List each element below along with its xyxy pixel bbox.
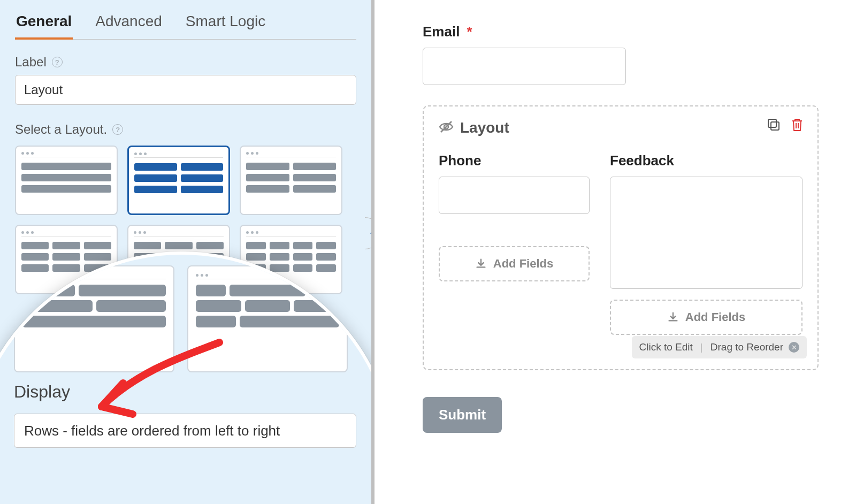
add-fields-col2[interactable]: Add Fields (610, 300, 802, 335)
display-select[interactable]: Rows - fields are ordered from left to r… (14, 414, 356, 448)
add-fields-label: Add Fields (685, 310, 745, 324)
phone-input[interactable] (439, 177, 590, 214)
trash-icon[interactable] (790, 117, 805, 132)
svg-rect-2 (768, 119, 776, 127)
tab-general[interactable]: General (15, 10, 73, 40)
hint-close-icon[interactable]: ✕ (789, 342, 799, 353)
download-icon (475, 258, 487, 270)
email-field-group: Email * (423, 24, 819, 85)
add-fields-label: Add Fields (493, 257, 553, 271)
settings-sidebar: General Advanced Smart Logic Label ? Sel… (0, 0, 374, 504)
hint-divider: | (700, 341, 703, 353)
layout-column-2: Feedback Add Fields (610, 152, 802, 335)
sidebar-tabs: General Advanced Smart Logic (15, 0, 356, 40)
download-icon (667, 311, 679, 323)
feedback-label: Feedback (610, 152, 802, 169)
hint-drag-text: Drag to Reorder (710, 341, 783, 353)
layout-option-2col-cols[interactable] (240, 146, 342, 215)
feedback-textarea[interactable] (610, 177, 802, 289)
layout-block-title: Layout (460, 119, 509, 136)
form-preview: Email * Layout Ph (374, 0, 856, 504)
layout-option-1col[interactable] (15, 146, 118, 215)
hidden-icon (439, 120, 454, 135)
label-input[interactable] (15, 75, 356, 105)
email-input[interactable] (423, 48, 626, 85)
svg-rect-3 (771, 122, 779, 130)
select-layout-label: Select a Layout. (15, 122, 107, 137)
add-fields-col1[interactable]: Add Fields (439, 246, 590, 281)
display-select-value: Rows - fields are ordered from left to r… (24, 423, 280, 439)
required-asterisk: * (467, 24, 472, 40)
email-label: Email (423, 24, 460, 40)
phone-label: Phone (439, 152, 590, 169)
display-label: Display (14, 382, 70, 402)
layout-column-1: Phone Add Fields (439, 152, 590, 335)
label-field-label: Label (15, 55, 47, 70)
help-icon[interactable]: ? (112, 124, 123, 135)
tab-advanced[interactable]: Advanced (94, 10, 163, 39)
chevron-left-icon (370, 228, 375, 238)
duplicate-icon[interactable] (766, 117, 781, 132)
help-icon[interactable]: ? (52, 57, 63, 67)
tab-smart-logic[interactable]: Smart Logic (185, 10, 266, 39)
layout-option-2col-rows[interactable] (127, 146, 230, 215)
submit-button[interactable]: Submit (423, 397, 502, 433)
hint-edit-text: Click to Edit (639, 341, 693, 353)
edit-hint-pill: Click to Edit | Drag to Reorder ✕ (632, 336, 807, 358)
sidebar-collapse-handle[interactable] (365, 217, 374, 249)
layout-field-block[interactable]: Layout Phone Add Fields (423, 105, 819, 370)
